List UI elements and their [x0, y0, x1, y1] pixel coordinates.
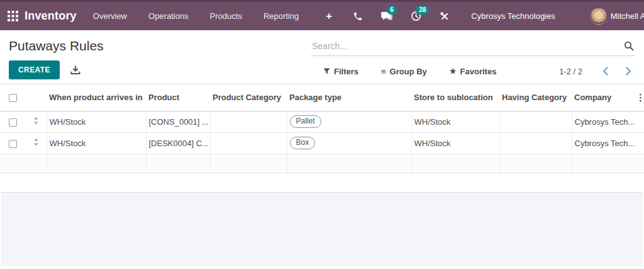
column-header-product[interactable]: Product	[146, 84, 210, 111]
action-buttons: CREATE	[9, 60, 104, 79]
cell-spacer	[287, 154, 411, 173]
group-by-menu[interactable]: ≡ Group By	[381, 67, 427, 76]
column-header-having-category[interactable]: Having Category	[499, 84, 572, 111]
column-header-arrives-in[interactable]: When product arrives in	[47, 84, 146, 111]
select-all-checkbox[interactable]	[9, 94, 17, 102]
export-button[interactable]	[70, 66, 80, 75]
main-menu: Overview Operations Products Reporting	[93, 11, 299, 21]
menu-products[interactable]: Products	[210, 11, 242, 21]
column-options-button[interactable]: ⋮	[635, 84, 644, 111]
cell-company[interactable]: Cybrosys Tech...	[572, 111, 635, 132]
cell-arrives-in[interactable]: WH/Stock	[47, 111, 146, 132]
table-row[interactable]: WH/Stock [CONS_0001] ... Pallet WH/Stock…	[0, 111, 644, 132]
column-header-company[interactable]: Company	[572, 84, 635, 111]
favorites-menu[interactable]: ★ Favorites	[450, 67, 497, 76]
filter-funnel-icon	[323, 68, 330, 75]
menu-overview[interactable]: Overview	[93, 11, 127, 21]
voip-button[interactable]	[352, 10, 364, 23]
cell-spacer	[572, 154, 635, 173]
cell-having-category[interactable]	[499, 132, 572, 154]
cell-spacer	[635, 132, 644, 154]
pager-previous-button[interactable]	[599, 66, 612, 77]
footer-background	[1, 192, 643, 266]
search-icon	[624, 41, 634, 51]
favorites-label: Favorites	[460, 67, 497, 76]
row-checkbox-cell	[0, 132, 28, 154]
cell-spacer	[0, 154, 28, 173]
pager-next-button[interactable]	[622, 66, 635, 77]
handle-column-header	[28, 84, 47, 111]
app-name[interactable]: Inventory	[25, 9, 77, 23]
cell-spacer	[635, 154, 644, 173]
filters-menu[interactable]: Filters	[323, 67, 358, 76]
activities-button[interactable]: 28	[409, 10, 422, 23]
tools-button[interactable]	[438, 10, 451, 23]
top-navbar: Inventory Overview Operations Products R…	[0, 0, 644, 30]
package-type-badge: Box	[290, 137, 316, 149]
systray: + 6 28	[323, 10, 451, 23]
search-submit[interactable]	[624, 41, 634, 54]
column-header-store-to[interactable]: Store to sublocation	[411, 84, 499, 111]
row-drag-handle[interactable]	[28, 111, 47, 132]
group-by-icon: ≡	[381, 67, 386, 76]
pager: 1-2 / 2	[559, 66, 635, 77]
putaway-rules-table: When product arrives in Product Product …	[0, 84, 644, 173]
cell-store-to[interactable]: WH/Stock	[411, 132, 499, 154]
column-header-package-type[interactable]: Package type	[287, 84, 411, 111]
menu-operations[interactable]: Operations	[148, 11, 189, 21]
cell-spacer	[499, 154, 572, 173]
empty-row	[0, 154, 644, 173]
cell-product[interactable]: [CONS_0001] ...	[146, 111, 210, 132]
drag-handle-icon	[33, 117, 39, 125]
cell-company[interactable]: Cybrosys Tech...	[572, 132, 635, 154]
chevron-right-icon	[626, 67, 631, 76]
messages-button[interactable]: 6	[380, 10, 393, 23]
cell-spacer	[210, 154, 287, 173]
search-input[interactable]	[311, 38, 635, 55]
search-bar	[311, 38, 635, 56]
control-panel-left: Putaways Rules CREATE	[9, 38, 104, 84]
cell-spacer	[47, 154, 146, 173]
select-all-checkbox-cell	[0, 84, 28, 111]
cell-product-category[interactable]	[210, 132, 287, 154]
quick-create-button[interactable]: +	[323, 10, 335, 23]
row-checkbox-cell	[0, 111, 28, 132]
row-checkbox[interactable]	[9, 140, 17, 148]
cell-package-type[interactable]: Box	[287, 132, 411, 154]
control-panel-right: Filters ≡ Group By ★ Favorites 1-2 / 2	[311, 38, 635, 84]
page-title: Putaways Rules	[9, 38, 104, 54]
content-gap	[0, 173, 644, 192]
group-by-label: Group By	[390, 67, 427, 76]
menu-reporting[interactable]: Reporting	[264, 11, 299, 21]
cell-product-category[interactable]	[210, 111, 287, 132]
drag-handle-icon	[33, 138, 39, 146]
company-switcher[interactable]: Cybrosys Technologies	[471, 11, 555, 21]
row-checkbox[interactable]	[9, 118, 17, 127]
star-icon: ★	[450, 67, 457, 75]
column-header-product-category[interactable]: Product Category	[210, 84, 287, 111]
activities-badge: 28	[416, 6, 429, 14]
user-avatar	[591, 8, 607, 25]
cell-spacer	[146, 154, 210, 173]
create-button[interactable]: CREATE	[9, 60, 60, 79]
user-name: Mitchell Admin	[611, 11, 644, 21]
cell-store-to[interactable]: WH/Stock	[411, 111, 499, 132]
cell-arrives-in[interactable]: WH/Stock	[47, 132, 146, 154]
cell-having-category[interactable]	[499, 111, 572, 132]
cell-package-type[interactable]: Pallet	[287, 111, 411, 132]
package-type-badge: Pallet	[290, 115, 321, 128]
apps-menu-button[interactable]	[8, 7, 18, 26]
cell-spacer	[28, 154, 47, 173]
user-menu[interactable]: Mitchell Admin	[591, 8, 644, 25]
search-options: Filters ≡ Group By ★ Favorites	[323, 67, 496, 76]
cell-spacer	[411, 154, 499, 173]
messages-badge: 6	[387, 6, 397, 14]
tools-icon	[440, 11, 450, 21]
table-row[interactable]: WH/Stock [DESK0004] C... Box WH/Stock Cy…	[0, 132, 644, 154]
cell-product[interactable]: [DESK0004] C...	[146, 132, 210, 154]
table-header-row: When product arrives in Product Product …	[0, 84, 644, 111]
chevron-left-icon	[602, 67, 608, 76]
row-drag-handle[interactable]	[28, 132, 47, 154]
control-panel: Putaways Rules CREATE	[0, 30, 644, 84]
search-options-row: Filters ≡ Group By ★ Favorites 1-2 / 2	[311, 66, 635, 77]
